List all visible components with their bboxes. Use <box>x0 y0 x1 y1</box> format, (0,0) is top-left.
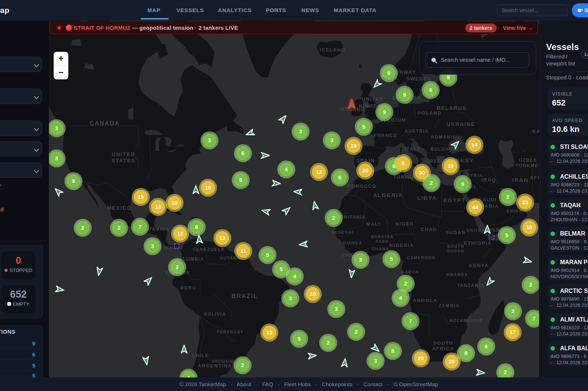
svg-text:ITALY: ITALY <box>405 146 421 152</box>
svg-text:5: 5 <box>298 336 301 342</box>
svg-text:9: 9 <box>383 109 386 115</box>
svg-text:5: 5 <box>280 266 283 272</box>
svg-text:13: 13 <box>219 235 226 241</box>
svg-text:NIGERIA: NIGERIA <box>390 243 414 248</box>
svg-text:IRELAND: IRELAND <box>339 107 365 112</box>
svg-text:9: 9 <box>387 70 390 76</box>
svg-text:4: 4 <box>187 374 190 377</box>
svg-text:2: 2 <box>506 194 509 200</box>
svg-text:5: 5 <box>266 252 269 258</box>
svg-text:VENEZUELA: VENEZUELA <box>193 247 225 252</box>
svg-text:2: 2 <box>81 225 84 231</box>
svg-text:3: 3 <box>335 306 338 312</box>
svg-text:SOUTH: SOUTH <box>433 340 453 346</box>
svg-text:33: 33 <box>448 163 454 169</box>
svg-text:BELARUS: BELARUS <box>437 105 467 111</box>
svg-text:19: 19 <box>351 143 357 149</box>
svg-text:2: 2 <box>241 362 244 368</box>
svg-text:UKRAINE: UKRAINE <box>447 121 475 127</box>
svg-text:ARGENTINA: ARGENTINA <box>198 363 232 369</box>
svg-text:7: 7 <box>139 223 141 230</box>
svg-text:8: 8 <box>402 160 405 166</box>
svg-text:POLAND: POLAND <box>417 110 442 116</box>
svg-text:NIGER: NIGER <box>395 221 414 227</box>
svg-text:2: 2 <box>355 329 358 335</box>
svg-text:BRAZIL: BRAZIL <box>232 293 258 299</box>
svg-text:MOZAMBIQUE: MOZAMBIQUE <box>449 318 483 323</box>
svg-text:9: 9 <box>461 181 464 187</box>
svg-text:GHANA: GHANA <box>372 247 389 251</box>
svg-text:7: 7 <box>533 315 535 322</box>
svg-text:3: 3 <box>55 155 58 161</box>
svg-text:9: 9 <box>403 92 406 98</box>
svg-text:UNITED: UNITED <box>362 96 383 102</box>
svg-text:5: 5 <box>390 256 393 262</box>
svg-text:SOUTH: SOUTH <box>447 244 464 248</box>
svg-text:SYRIA: SYRIA <box>466 173 483 178</box>
svg-text:13: 13 <box>155 204 161 210</box>
svg-text:5: 5 <box>505 232 508 238</box>
svg-text:AFGH: AFGH <box>530 175 539 180</box>
svg-text:4: 4 <box>293 273 297 279</box>
svg-text:4: 4 <box>399 295 402 301</box>
svg-text:SENEGAL: SENEGAL <box>331 230 355 234</box>
svg-text:9: 9 <box>447 74 450 80</box>
svg-text:UNITED: UNITED <box>112 151 135 157</box>
svg-text:GABON: GABON <box>401 270 419 274</box>
svg-text:6: 6 <box>485 343 488 349</box>
svg-text:13: 13 <box>266 329 273 336</box>
svg-text:KA: KA <box>532 129 539 134</box>
svg-text:2: 2 <box>176 264 179 270</box>
svg-text:2: 2 <box>327 340 330 346</box>
svg-text:5: 5 <box>239 177 242 183</box>
svg-text:MOROCCO: MOROCCO <box>347 183 377 189</box>
svg-text:6: 6 <box>338 174 341 180</box>
svg-text:6: 6 <box>429 87 432 93</box>
svg-text:23: 23 <box>522 199 528 205</box>
svg-text:MEXICO: MEXICO <box>107 205 132 211</box>
svg-text:7: 7 <box>409 318 412 324</box>
svg-text:ICELAND: ICELAND <box>320 47 345 53</box>
svg-text:BOLIVIA: BOLIVIA <box>204 312 226 317</box>
svg-text:12: 12 <box>316 169 322 175</box>
svg-text:30: 30 <box>419 169 425 176</box>
svg-text:3: 3 <box>359 257 362 263</box>
svg-text:ALGERIA: ALGERIA <box>373 192 403 198</box>
svg-text:AUSTRIA: AUSTRIA <box>405 129 429 134</box>
svg-text:15: 15 <box>138 194 144 200</box>
svg-text:3: 3 <box>330 137 333 143</box>
svg-text:TURKMENI: TURKMENI <box>516 163 539 168</box>
svg-text:2: 2 <box>430 180 433 186</box>
svg-text:GUINEA: GUINEA <box>343 241 362 245</box>
svg-text:17: 17 <box>510 329 516 335</box>
svg-text:6: 6 <box>241 150 244 156</box>
svg-text:8: 8 <box>391 348 394 354</box>
svg-text:4: 4 <box>285 166 288 172</box>
svg-text:IRAN: IRAN <box>512 177 528 183</box>
svg-text:3: 3 <box>151 243 154 249</box>
svg-text:ANGOLA: ANGOLA <box>413 298 437 303</box>
svg-text:FRANCE: FRANCE <box>374 133 398 138</box>
svg-text:9: 9 <box>72 178 75 184</box>
svg-text:44: 44 <box>472 204 478 210</box>
svg-text:MALI: MALI <box>366 221 381 227</box>
svg-text:SUDAN: SUDAN <box>447 249 465 253</box>
svg-text:BURKINA: BURKINA <box>371 234 393 239</box>
svg-text:2: 2 <box>529 281 532 288</box>
svg-text:3: 3 <box>208 137 211 143</box>
svg-text:8: 8 <box>465 350 467 356</box>
svg-text:PANAMA: PANAMA <box>164 246 183 250</box>
svg-text:20: 20 <box>418 355 424 361</box>
svg-text:5: 5 <box>362 123 365 130</box>
svg-text:10: 10 <box>526 224 533 230</box>
svg-text:SWEDEN: SWEDEN <box>406 76 431 82</box>
svg-text:RWANDA: RWANDA <box>447 272 468 277</box>
svg-text:3: 3 <box>289 295 292 301</box>
svg-text:PARAGUAY: PARAGUAY <box>216 330 243 334</box>
svg-text:20: 20 <box>449 358 455 365</box>
svg-text:12: 12 <box>177 230 183 237</box>
svg-text:CAMEROON: CAMEROON <box>407 255 435 260</box>
svg-text:3: 3 <box>299 128 302 134</box>
svg-text:KENYA: KENYA <box>469 263 488 268</box>
svg-text:ROMANIA: ROMANIA <box>431 134 456 140</box>
